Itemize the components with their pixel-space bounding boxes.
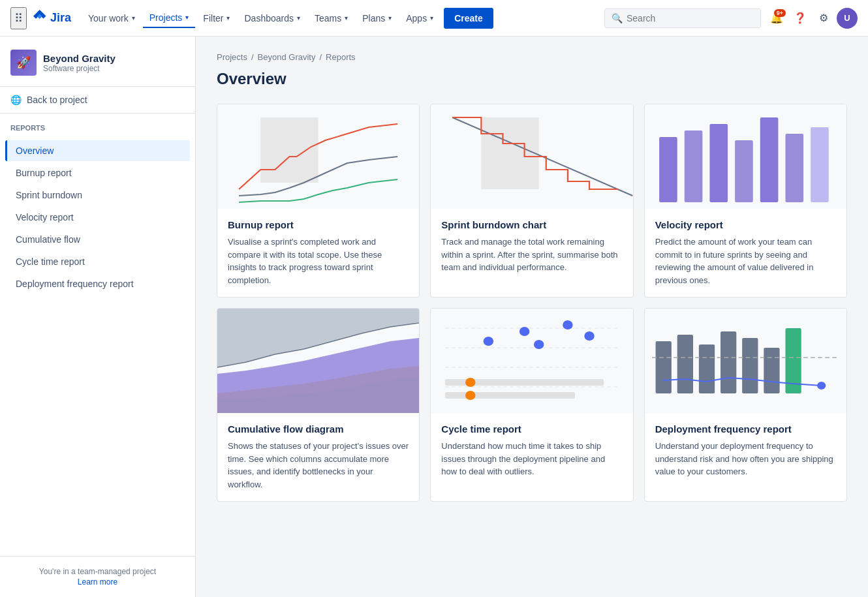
help-button[interactable]: ❓ xyxy=(790,8,811,29)
sprint-burndown-card-body: Sprint burndown chart Track and manage t… xyxy=(431,209,632,284)
jira-logo-text: Jira xyxy=(50,11,71,25)
sidebar-item-deployment-frequency[interactable]: Deployment frequency report xyxy=(5,273,190,294)
settings-button[interactable]: ⚙ xyxy=(813,8,834,29)
burnup-chart xyxy=(217,104,419,209)
velocity-card-body: Velocity report Predict the amount of wo… xyxy=(645,209,846,297)
svg-rect-24 xyxy=(445,392,575,399)
sidebar-section-label: Reports xyxy=(10,124,185,132)
search-bar[interactable]: 🔍 xyxy=(604,8,761,28)
deployment-frequency-card-desc: Understand your deployment frequency to … xyxy=(655,440,836,478)
cycle-time-card-desc: Understand how much time it takes to shi… xyxy=(441,440,622,478)
svg-point-17 xyxy=(484,337,493,346)
chevron-down-icon: ▾ xyxy=(297,14,300,22)
svg-point-20 xyxy=(534,340,544,349)
svg-rect-0 xyxy=(260,117,318,183)
breadcrumb-sep-1: / xyxy=(251,52,254,62)
chevron-down-icon: ▾ xyxy=(185,14,189,21)
deployment-frequency-card-title: Deployment frequency report xyxy=(655,423,836,435)
project-name: Beyond Gravity xyxy=(43,53,116,64)
topnav: ⠿ Jira Your work ▾ Projects ▾ Filter ▾ D… xyxy=(0,0,868,37)
jira-logo[interactable]: Jira xyxy=(32,8,71,28)
sidebar: 🚀 Beyond Gravity Software project 🌐 Back… xyxy=(0,37,196,597)
sidebar-footer-link[interactable]: Learn more xyxy=(78,577,117,587)
svg-point-21 xyxy=(585,331,595,341)
sidebar-item-cumulative-flow[interactable]: Cumulative flow xyxy=(5,229,190,250)
create-button[interactable]: Create xyxy=(444,8,493,29)
svg-point-25 xyxy=(465,391,475,400)
notifications-button[interactable]: 🔔 9+ xyxy=(766,8,787,29)
sidebar-item-burnup[interactable]: Burnup report xyxy=(5,162,190,183)
project-type: Software project xyxy=(43,64,116,73)
deployment-frequency-card[interactable]: Deployment frequency report Understand y… xyxy=(644,308,847,502)
svg-rect-1 xyxy=(482,117,539,189)
cards-grid: Burnup report Visualise a sprint's compl… xyxy=(217,104,847,502)
nav-your-work[interactable]: Your work ▾ xyxy=(82,9,142,27)
svg-rect-31 xyxy=(764,348,779,393)
sidebar-item-sprint-burndown[interactable]: Sprint burndown xyxy=(5,185,190,206)
svg-point-18 xyxy=(519,327,529,336)
breadcrumb-beyond-gravity[interactable]: Beyond Gravity xyxy=(258,52,316,62)
sidebar-reports-section: Reports xyxy=(0,114,195,140)
deployment-frequency-chart xyxy=(645,309,846,413)
cumulative-flow-card-body: Cumulative flow diagram Shows the status… xyxy=(217,413,419,501)
svg-rect-4 xyxy=(709,124,728,202)
search-input[interactable] xyxy=(627,13,754,23)
sprint-burndown-chart xyxy=(431,104,632,209)
avatar[interactable]: U xyxy=(837,8,858,29)
velocity-report-card[interactable]: Velocity report Predict the amount of wo… xyxy=(644,104,847,298)
chevron-down-icon: ▾ xyxy=(388,14,392,22)
svg-rect-6 xyxy=(760,117,778,202)
svg-rect-8 xyxy=(811,127,829,202)
cycle-time-chart xyxy=(431,309,632,413)
breadcrumb-projects[interactable]: Projects xyxy=(217,52,247,62)
svg-rect-29 xyxy=(721,331,736,393)
chevron-down-icon: ▾ xyxy=(132,14,135,22)
nav-plans[interactable]: Plans ▾ xyxy=(356,9,398,27)
sidebar-back-button[interactable]: 🌐 Back to project xyxy=(0,87,195,114)
cycle-time-card-body: Cycle time report Understand how much ti… xyxy=(431,413,632,489)
cumulative-flow-chart xyxy=(217,309,419,413)
notification-badge: 9+ xyxy=(774,9,786,17)
sidebar-item-velocity[interactable]: Velocity report xyxy=(5,207,190,228)
svg-rect-27 xyxy=(677,335,692,393)
sidebar-item-cycle-time[interactable]: Cycle time report xyxy=(5,251,190,272)
nav-projects[interactable]: Projects ▾ xyxy=(143,8,196,28)
svg-rect-26 xyxy=(655,341,671,393)
velocity-card-title: Velocity report xyxy=(655,219,836,230)
search-icon: 🔍 xyxy=(612,13,623,23)
sprint-burndown-card[interactable]: Sprint burndown chart Track and manage t… xyxy=(430,104,633,298)
breadcrumb: Projects / Beyond Gravity / Reports xyxy=(217,52,847,62)
chevron-down-icon: ▾ xyxy=(345,14,348,22)
sprint-burndown-card-title: Sprint burndown chart xyxy=(441,219,622,230)
project-avatar: 🚀 xyxy=(10,50,37,76)
breadcrumb-reports: Reports xyxy=(326,52,356,62)
chevron-down-icon: ▾ xyxy=(430,14,433,22)
page-title: Overview xyxy=(217,70,847,88)
burnup-report-card[interactable]: Burnup report Visualise a sprint's compl… xyxy=(217,104,420,298)
cumulative-flow-card-title: Cumulative flow diagram xyxy=(228,423,409,435)
topnav-nav: Your work ▾ Projects ▾ Filter ▾ Dashboar… xyxy=(82,8,599,29)
velocity-card-desc: Predict the amount of work your team can… xyxy=(655,236,836,286)
nav-apps[interactable]: Apps ▾ xyxy=(399,9,440,27)
svg-rect-5 xyxy=(735,140,753,202)
nav-teams[interactable]: Teams ▾ xyxy=(308,9,354,27)
sidebar-project: 🚀 Beyond Gravity Software project xyxy=(0,37,195,87)
cycle-time-card[interactable]: Cycle time report Understand how much ti… xyxy=(430,308,633,502)
deployment-frequency-card-body: Deployment frequency report Understand y… xyxy=(645,413,846,489)
sidebar-item-overview[interactable]: Overview xyxy=(5,140,190,161)
nav-dashboards[interactable]: Dashboards ▾ xyxy=(238,9,307,27)
project-info: Beyond Gravity Software project xyxy=(43,53,116,73)
sidebar-footer: You're in a team-managed project Learn m… xyxy=(0,556,195,597)
svg-rect-2 xyxy=(659,137,677,202)
velocity-chart xyxy=(645,104,846,209)
breadcrumb-sep-2: / xyxy=(319,52,322,62)
svg-point-34 xyxy=(817,382,826,390)
jira-logo-icon xyxy=(32,8,48,28)
nav-filter[interactable]: Filter ▾ xyxy=(196,9,236,27)
svg-rect-28 xyxy=(699,344,715,393)
svg-rect-7 xyxy=(785,134,803,202)
svg-rect-30 xyxy=(742,338,758,393)
main-content: Projects / Beyond Gravity / Reports Over… xyxy=(196,37,868,597)
cumulative-flow-card[interactable]: Cumulative flow diagram Shows the status… xyxy=(217,308,420,502)
grid-menu-icon[interactable]: ⠿ xyxy=(10,7,27,29)
